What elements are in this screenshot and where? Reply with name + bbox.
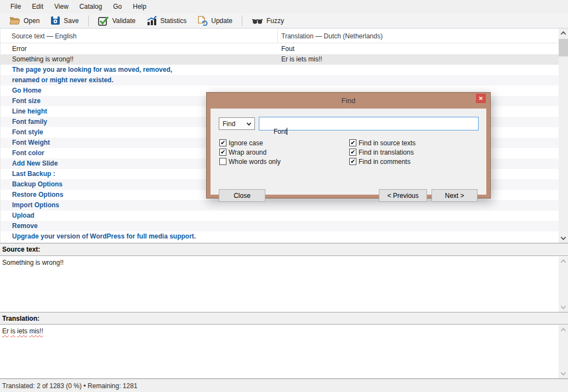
find-option-find-in-comments[interactable]: ✔Find in comments — [349, 158, 416, 165]
misspelled-word: mis!! — [29, 327, 43, 335]
source-column-header[interactable]: Source text — English — [12, 32, 77, 40]
menu-item-file[interactable]: File — [5, 1, 26, 13]
source-cell: Remove — [1, 221, 277, 231]
find-mode-select[interactable]: Find — [219, 117, 255, 130]
source-cell: Upgrade your version of WordPress for fu… — [1, 231, 277, 242]
close-button[interactable]: Close — [219, 189, 265, 202]
list-scrollbar[interactable] — [559, 29, 568, 243]
menu-item-edit[interactable]: Edit — [26, 1, 49, 13]
validate-check-icon — [98, 16, 109, 26]
translation-label: Translation: — [0, 313, 568, 324]
status-text: Translated: 2 of 1283 (0 %) • Remaining:… — [2, 382, 138, 390]
checked-checkbox-icon[interactable]: ✔ — [349, 158, 356, 165]
chevron-up-icon — [561, 31, 566, 37]
translation-cell: Fout — [277, 44, 559, 54]
save-icon — [50, 16, 60, 25]
translation-cell — [277, 75, 559, 86]
find-option-find-in-source-texts[interactable]: ✔Find in source texts — [349, 139, 416, 146]
translation-cell — [277, 211, 559, 221]
menu-item-catalog[interactable]: Catalog — [74, 1, 107, 13]
list-item[interactable]: ErrorFout — [1, 44, 559, 54]
validate-button[interactable]: Validate — [93, 14, 140, 28]
scroll-up-button[interactable] — [559, 29, 568, 38]
source-scrollbar[interactable] — [559, 257, 568, 312]
translation-cell — [277, 231, 559, 242]
find-option-wrap-around[interactable]: ✔Wrap around — [219, 149, 281, 156]
checkbox-label: Whole words only — [229, 158, 281, 166]
checked-checkbox-icon[interactable]: ✔ — [349, 139, 356, 146]
translation-column-header[interactable]: Translation — Dutch (Netherlands) — [281, 32, 383, 40]
translation-scrollbar[interactable] — [559, 325, 568, 378]
checked-checkbox-icon[interactable]: ✔ — [219, 139, 226, 146]
save-button[interactable]: Save — [46, 14, 83, 28]
translation-cell: Er is iets mis!! — [277, 54, 559, 65]
source-text-label: Source text: — [0, 243, 568, 255]
list-item[interactable]: The page you are looking for was moved, … — [1, 65, 559, 75]
menu-item-view[interactable]: View — [49, 1, 74, 13]
find-dialog: Find ✕ Find Font ✔Ignore case✔Wrap aroun… — [206, 92, 491, 198]
chevron-up-icon — [561, 259, 566, 265]
update-button[interactable]: Update — [192, 14, 237, 28]
open-folder-icon — [9, 16, 20, 25]
find-dialog-title[interactable]: Find — [207, 93, 490, 109]
next-button[interactable]: Next > — [431, 189, 478, 202]
menu-item-go[interactable]: Go — [107, 1, 127, 13]
menu-bar: File Edit View Catalog Go Help — [0, 0, 568, 13]
previous-button[interactable]: < Previous — [379, 189, 427, 202]
column-divider[interactable] — [277, 30, 278, 42]
open-button[interactable]: Open — [4, 14, 44, 28]
translation-cell — [277, 65, 559, 75]
list-item[interactable]: Upload — [1, 211, 559, 221]
update-refresh-icon — [197, 16, 208, 26]
checkbox-label: Find in translations — [359, 149, 414, 156]
checkbox-label: Wrap around — [229, 149, 266, 156]
statistics-chart-icon — [146, 16, 157, 25]
menu-item-help[interactable]: Help — [127, 1, 152, 13]
list-item[interactable]: renamed or might never existed. — [1, 75, 559, 86]
checkbox-label: Find in comments — [359, 158, 411, 166]
checkbox-label: Ignore case — [229, 139, 263, 147]
source-cell: Something is wrong!! — [1, 54, 277, 65]
translation-editor-text: Er is iets mis!! — [2, 327, 43, 335]
source-cell: Error — [1, 44, 277, 54]
toolbar: Open Save Validate Statistics Update Fuz… — [0, 13, 568, 29]
scrollbar-thumb[interactable] — [559, 39, 568, 56]
fuzzy-button[interactable]: Fuzzy — [247, 14, 289, 28]
checkbox-label: Find in source texts — [359, 139, 416, 147]
checked-checkbox-icon[interactable]: ✔ — [349, 149, 356, 156]
toolbar-separator — [88, 15, 89, 26]
find-option-ignore-case[interactable]: ✔Ignore case — [219, 139, 281, 146]
close-icon[interactable]: ✕ — [476, 94, 486, 103]
misspelled-word: is — [10, 327, 15, 335]
unchecked-checkbox-icon[interactable] — [219, 158, 226, 165]
search-input[interactable]: Font — [259, 117, 479, 130]
translation-cell — [277, 221, 559, 231]
list-item[interactable]: Something is wrong!!Er is iets mis!! — [1, 54, 559, 65]
checked-checkbox-icon[interactable]: ✔ — [219, 149, 226, 156]
source-cell: Upload — [1, 211, 277, 221]
chevron-up-icon — [561, 328, 566, 333]
status-bar: Translated: 2 of 1283 (0 %) • Remaining:… — [0, 379, 568, 392]
toolbar-separator — [242, 15, 242, 26]
list-item[interactable]: Remove — [1, 221, 559, 231]
source-text-value: Something is wrong!! — [2, 259, 64, 266]
list-header: Source text — English Translation — Dutc… — [1, 29, 559, 43]
chevron-down-icon — [561, 370, 566, 376]
scroll-down-button[interactable] — [559, 234, 568, 243]
find-option-find-in-translations[interactable]: ✔Find in translations — [349, 149, 416, 156]
list-item[interactable]: Upgrade your version of WordPress for fu… — [1, 231, 559, 242]
text-caret — [287, 128, 287, 135]
source-text-editor[interactable]: Something is wrong!! — [0, 255, 568, 313]
find-dialog-body: Find Font ✔Ignore case✔Wrap aroundWhole … — [211, 109, 486, 195]
source-cell: renamed or might never existed. — [1, 75, 277, 86]
fuzzy-glasses-icon — [252, 17, 263, 25]
chevron-down-icon — [561, 235, 566, 240]
source-cell: The page you are looking for was moved, … — [1, 65, 277, 75]
chevron-down-icon — [561, 304, 566, 309]
find-options-right: ✔Find in source texts✔Find in translatio… — [349, 139, 416, 165]
chevron-down-icon — [247, 121, 251, 126]
translation-editor[interactable]: Er is iets mis!! — [0, 324, 568, 379]
find-option-whole-words-only[interactable]: Whole words only — [219, 158, 281, 165]
misspelled-word: iets — [17, 327, 27, 335]
statistics-button[interactable]: Statistics — [141, 14, 191, 28]
